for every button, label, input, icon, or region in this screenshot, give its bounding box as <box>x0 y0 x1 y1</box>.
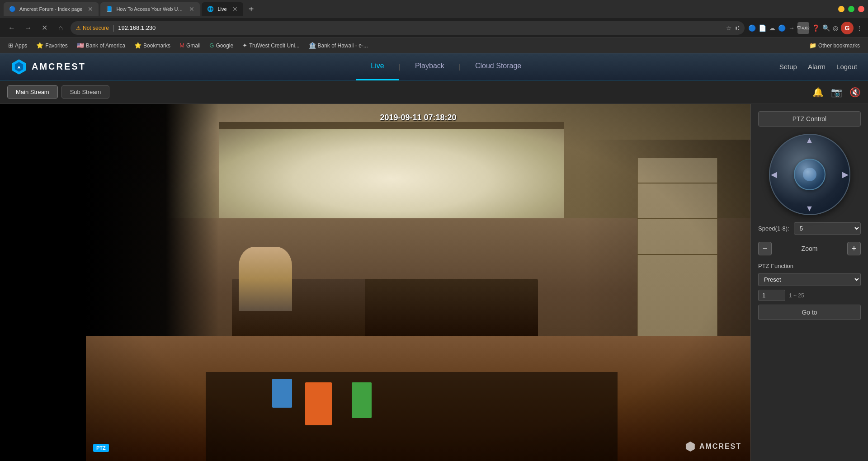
main-view: 2019-09-11 07:18:20 IPC AMCREST <box>0 104 868 461</box>
bookmark-bank-of-america[interactable]: 🇺🇸 Bank of America <box>73 41 129 50</box>
bookmark-bank-of-hawaii[interactable]: 🏦 Bank of Hawaii - e-... <box>305 41 372 50</box>
extensions-icon[interactable]: ⑆ <box>736 24 739 32</box>
bookmark-favorites[interactable]: ⭐ Favorites <box>33 41 71 50</box>
star-icon[interactable]: ☆ <box>726 24 732 32</box>
tab-live[interactable]: 🌐 Live ✕ <box>202 2 243 16</box>
extension-icon-1[interactable]: 🔵 <box>748 24 756 32</box>
new-tab-button[interactable]: + <box>245 3 258 15</box>
truwest-icon: ✦ <box>242 42 247 49</box>
bookmark-truwest[interactable]: ✦ TruWest Credit Uni... <box>239 41 303 50</box>
stop-button[interactable]: ✕ <box>38 22 51 34</box>
amcrest-logo-text: AMCREST <box>32 61 86 72</box>
gmail-icon: M <box>179 42 184 49</box>
item-green <box>352 382 372 418</box>
nav-playback[interactable]: Playback <box>401 53 459 80</box>
bookmark-bookmarks[interactable]: ⭐ Bookmarks <box>131 41 174 50</box>
browser-toolbar: 🔵 📄 ☁ 🔵 → 🛡 4.62 ❓ 🔍 ◎ G ⋮ <box>748 22 863 34</box>
maximize-button[interactable] <box>848 6 854 12</box>
watermark-logo-icon <box>685 441 696 452</box>
tab-label: Live <box>217 6 226 12</box>
setup-button[interactable]: Setup <box>779 63 797 71</box>
joystick-inner[interactable] <box>794 159 826 190</box>
shelf-1 <box>637 183 717 183</box>
ptz-title: PTZ Control <box>758 111 861 127</box>
bookmark-bookmarks-label: Bookmarks <box>143 42 170 49</box>
header-actions: Setup Alarm Logout <box>779 63 857 71</box>
bookshelf <box>637 158 717 336</box>
other-bookmarks[interactable]: 📁 Other bookmarks <box>806 41 863 50</box>
shield-extension[interactable]: 🛡 4.62 <box>797 22 809 34</box>
zoom-icon[interactable]: 🔍 <box>822 24 830 32</box>
boa-icon: 🇺🇸 <box>77 42 84 49</box>
item-blue <box>272 379 292 407</box>
alarm-icon-button[interactable]: 🔔 <box>812 87 824 98</box>
shelf-3 <box>637 254 717 255</box>
bookmark-google[interactable]: G Google <box>206 41 237 50</box>
close-button[interactable] <box>858 6 864 12</box>
user-avatar[interactable]: G <box>841 22 854 34</box>
amcrest-logo-icon: A <box>11 59 27 75</box>
main-stream-button[interactable]: Main Stream <box>7 85 58 99</box>
bookmark-favorites-label: Favorites <box>45 42 67 49</box>
tab-forum[interactable]: 🔵 Amcrest Forum - Index page ✕ <box>4 2 99 16</box>
tab-close-active[interactable]: ✕ <box>232 5 238 13</box>
speed-select[interactable]: 5 1 2 3 4 6 7 8 <box>794 222 861 235</box>
extension-icon-2[interactable]: 📄 <box>759 24 766 32</box>
speed-row: Speed(1-8): 5 1 2 3 4 6 7 8 <box>758 222 861 235</box>
profile-icon[interactable]: ◎ <box>833 24 838 32</box>
ptz-panel: PTZ Control ▲ ▼ ◀ ▶ Speed(1-8): <box>750 104 868 461</box>
minimize-button[interactable] <box>838 6 844 12</box>
ptz-function-select[interactable]: Preset Tour Pattern AutoScan <box>758 273 861 286</box>
ptz-left-button[interactable]: ◀ <box>771 169 777 179</box>
bookmark-gmail[interactable]: M Gmail <box>176 41 204 50</box>
tab-favicon: 🔵 <box>9 6 16 12</box>
joystick-outer[interactable] <box>769 134 850 215</box>
shelf-2 <box>637 218 717 219</box>
stream-controls: Main Stream Sub Stream 🔔 📷 🔇 <box>0 80 868 104</box>
extension-icon-4[interactable]: 🔵 <box>778 24 786 32</box>
help-icon[interactable]: ❓ <box>812 24 820 32</box>
bookmark-google-label: Google <box>216 42 233 49</box>
tab-label: Amcrest Forum - Index page <box>19 6 82 12</box>
apps-icon: ⊞ <box>8 42 13 49</box>
ptz-preset-input[interactable] <box>758 290 785 301</box>
ptz-preset-hint: 1 ~ 25 <box>789 292 804 299</box>
amcrest-watermark: AMCREST <box>685 441 741 452</box>
nav-cloud-storage[interactable]: Cloud Storage <box>461 53 536 80</box>
zoom-out-button[interactable]: − <box>758 242 772 255</box>
tab-close[interactable]: ✕ <box>88 5 93 13</box>
home-button[interactable]: ⌂ <box>54 22 67 34</box>
forward-button[interactable]: → <box>22 22 34 34</box>
goto-button[interactable]: Go to <box>758 305 861 320</box>
ptz-up-button[interactable]: ▲ <box>806 136 814 145</box>
back-button[interactable]: ← <box>5 22 18 34</box>
ptz-function-label: PTZ Function <box>758 263 861 269</box>
bookmark-boh-label: Bank of Hawaii - e-... <box>318 42 368 49</box>
speed-label: Speed(1-8): <box>758 225 789 232</box>
folder-icon: 📁 <box>809 42 816 49</box>
tab-close[interactable]: ✕ <box>189 5 194 13</box>
camera-feed: 2019-09-11 07:18:20 IPC AMCREST <box>86 104 750 461</box>
snapshot-icon-button[interactable]: 📷 <box>831 87 842 98</box>
security-warning: ⚠ Not secure <box>76 25 109 31</box>
ptz-down-button[interactable]: ▼ <box>806 204 814 213</box>
joystick-center[interactable] <box>803 168 816 181</box>
bookmark-apps[interactable]: ⊞ Apps <box>5 41 31 50</box>
nav-live[interactable]: Live <box>356 53 398 80</box>
app-content: A AMCREST Live | Playback | Cloud Storag… <box>0 53 868 461</box>
url-input-wrapper[interactable]: ⚠ Not secure | 192.168.1.230 ☆ ⑆ <box>71 21 745 35</box>
tab-howto[interactable]: 📘 How To Access Your Web UI – Am... ✕ <box>100 2 200 16</box>
sub-stream-button[interactable]: Sub Stream <box>61 85 110 99</box>
zoom-in-button[interactable]: + <box>847 242 861 255</box>
couch-right <box>365 279 538 343</box>
menu-icon[interactable]: ⋮ <box>856 24 863 32</box>
url-divider: | <box>113 24 114 32</box>
ptz-right-button[interactable]: ▶ <box>842 169 849 179</box>
audio-icon-button[interactable]: 🔇 <box>849 87 861 98</box>
url-text[interactable]: 192.168.1.230 <box>118 24 722 31</box>
warning-icon: ⚠ <box>76 25 81 31</box>
forward-icon[interactable]: → <box>788 24 795 32</box>
logout-button[interactable]: Logout <box>836 63 857 71</box>
extension-icon-3[interactable]: ☁ <box>769 24 775 32</box>
alarm-button[interactable]: Alarm <box>808 63 826 71</box>
